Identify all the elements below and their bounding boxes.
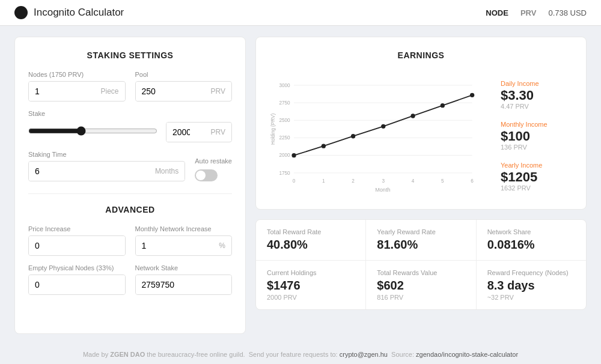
nav-node[interactable]: NODE [486, 8, 508, 17]
staking-time-input-wrapper: Months [28, 161, 185, 181]
svg-text:1: 1 [322, 178, 325, 184]
svg-text:3: 3 [382, 178, 385, 184]
footer-email[interactable]: crypto@zgen.hu [340, 351, 388, 358]
monthly-income-value: $100 [501, 129, 573, 144]
pool-unit: PRV [205, 82, 231, 100]
monthly-network-input[interactable] [136, 236, 213, 255]
stats-rows: Total Reward Rate 40.80% Yearly Reward R… [256, 220, 586, 309]
stake-slider[interactable] [28, 126, 157, 136]
nodes-group: Nodes (1750 PRV) Piece [28, 71, 126, 102]
svg-text:Month: Month [375, 187, 390, 193]
nodes-pool-row: Nodes (1750 PRV) Piece Pool PRV [28, 71, 232, 102]
nodes-unit: Piece [94, 82, 124, 100]
total-rewards-value: $602 [377, 279, 465, 293]
stats-row-1: Total Reward Rate 40.80% Yearly Reward R… [256, 220, 586, 261]
monthly-network-group: Monthly Network Increase % [135, 225, 233, 256]
svg-text:6: 6 [471, 178, 474, 184]
stake-input[interactable] [166, 123, 205, 142]
price-increase-input-wrapper [28, 235, 126, 256]
staking-time-label: Staking Time [28, 151, 185, 158]
auto-restake-toggle[interactable] [195, 169, 218, 181]
current-holdings-value: $1476 [267, 279, 355, 293]
svg-text:1750: 1750 [279, 171, 290, 176]
monthly-network-input-wrapper: % [135, 235, 233, 256]
empty-nodes-label: Empty Physical Nodes (33%) [28, 264, 126, 271]
stake-label: Stake [28, 110, 232, 117]
staking-time-unit: Months [149, 162, 185, 180]
total-reward-rate-label: Total Reward Rate [267, 228, 355, 235]
svg-text:2500: 2500 [279, 118, 290, 123]
staking-time-input[interactable] [29, 162, 149, 181]
svg-text:2250: 2250 [279, 135, 290, 141]
svg-text:2000: 2000 [279, 153, 290, 158]
right-panel: EARNINGS 3000 2750 2500 [255, 37, 587, 334]
nodes-input-wrapper: Piece [28, 81, 126, 102]
svg-text:Holding (PRV): Holding (PRV) [270, 113, 276, 145]
svg-text:2750: 2750 [279, 100, 290, 106]
advanced-title: ADVANCED [28, 205, 232, 214]
reward-frequency-cell: Reward Frequency (Nodes) 8.3 days ~32 PR… [477, 261, 586, 309]
earnings-content: 3000 2750 2500 2250 2000 1750 Holding (P… [269, 68, 573, 203]
monthly-income-label: Monthly Income [501, 121, 573, 128]
current-holdings-cell: Current Holdings $1476 2000 PRV [256, 261, 366, 309]
pool-input[interactable] [136, 82, 205, 101]
stake-input-wrapper: PRV [166, 122, 232, 142]
nodes-input[interactable] [29, 82, 94, 101]
network-stake-group: Network Stake [135, 264, 233, 295]
current-holdings-sub: 2000 PRV [267, 294, 355, 301]
footer: Made by ZGEN DAO the bureaucracy-free on… [0, 345, 601, 364]
chart-point-4 [410, 114, 415, 118]
nav-prv[interactable]: PRV [520, 8, 537, 17]
nodes-label: Nodes (1750 PRV) [28, 71, 126, 78]
network-share-value: 0.0816% [487, 238, 575, 252]
chart-point-6 [470, 93, 474, 97]
svg-text:4: 4 [412, 178, 415, 184]
empty-nodes-input[interactable] [29, 275, 125, 294]
income-panel: Daily Income $3.30 4.47 PRV Monthly Inco… [495, 68, 573, 203]
earnings-card: EARNINGS 3000 2750 2500 [255, 37, 587, 210]
nav-price: 0.738 USD [548, 8, 587, 17]
reward-frequency-sub: ~32 PRV [487, 294, 575, 301]
svg-text:0: 0 [293, 178, 296, 184]
logo-icon [14, 6, 28, 19]
daily-income-label: Daily Income [501, 80, 573, 87]
footer-dao: ZGEN DAO [110, 351, 145, 358]
chart-point-2 [351, 134, 355, 138]
earnings-chart: 3000 2750 2500 2250 2000 1750 Holding (P… [269, 68, 489, 201]
advanced-row2: Empty Physical Nodes (33%) Network Stake [28, 264, 232, 295]
svg-text:5: 5 [441, 178, 444, 184]
pool-group: Pool PRV [135, 71, 233, 102]
chart-point-1 [322, 144, 326, 148]
divider [28, 193, 232, 194]
monthly-network-label: Monthly Network Increase [135, 225, 233, 232]
auto-restake-group: Auto restake [195, 157, 232, 181]
slider-row: PRV [28, 122, 232, 142]
stats-grid: Total Reward Rate 40.80% Yearly Reward R… [255, 219, 587, 310]
reward-frequency-value: 8.3 days [487, 279, 575, 293]
header-nav: NODE PRV 0.738 USD [486, 8, 587, 17]
advanced-row1: Price Increase Monthly Network Increase … [28, 225, 232, 256]
daily-income-item: Daily Income $3.30 4.47 PRV [501, 80, 573, 110]
yearly-income-sub: 1632 PRV [501, 184, 573, 192]
empty-nodes-input-wrapper [28, 275, 126, 295]
yearly-reward-rate-label: Yearly Reward Rate [377, 228, 465, 235]
pool-label: Pool [135, 71, 233, 78]
network-stake-input[interactable] [136, 275, 232, 294]
total-reward-rate-cell: Total Reward Rate 40.80% [256, 220, 366, 261]
stake-section: Stake PRV [28, 110, 232, 142]
price-increase-input[interactable] [29, 236, 125, 255]
network-stake-label: Network Stake [135, 264, 233, 271]
yearly-income-value: $1205 [501, 170, 573, 184]
empty-nodes-group: Empty Physical Nodes (33%) [28, 264, 126, 295]
staking-time-group: Staking Time Months [28, 151, 185, 181]
yearly-reward-rate-cell: Yearly Reward Rate 81.60% [366, 220, 476, 261]
earnings-title: EARNINGS [269, 50, 573, 60]
svg-text:3000: 3000 [279, 83, 290, 88]
chart-point-0 [291, 153, 296, 157]
auto-restake-label: Auto restake [195, 157, 232, 165]
price-increase-group: Price Increase [28, 225, 126, 256]
staking-settings-title: STAKING SETTINGS [28, 50, 232, 60]
app-title: Incognito Calculator [34, 7, 486, 19]
pool-input-wrapper: PRV [135, 81, 233, 102]
footer-source[interactable]: zgendao/incognito-stake-calculator [416, 351, 518, 358]
